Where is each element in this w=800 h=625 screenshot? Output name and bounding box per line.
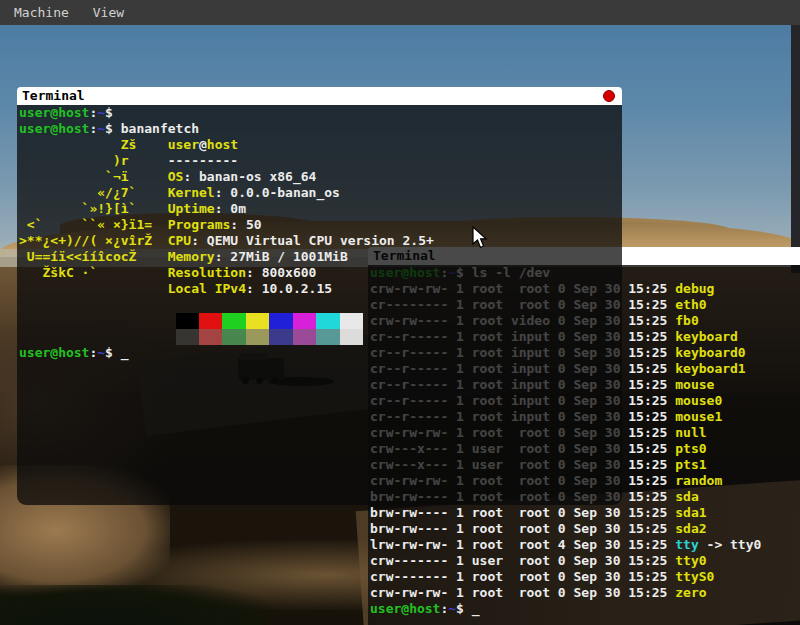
palette-color-block bbox=[199, 329, 222, 345]
wallpaper-edge-strip bbox=[791, 25, 800, 273]
palette-color-block bbox=[176, 313, 199, 329]
terminal1-content[interactable]: user@host:~$ user@host:~$ bananfetch Zš … bbox=[17, 105, 622, 505]
terminal-line: crw-rw-rw- 1 root root 0 Sep 30 15:25 ze… bbox=[370, 585, 800, 601]
terminal-line: user@host:~$ _ bbox=[19, 345, 622, 361]
palette-color-block bbox=[199, 313, 222, 329]
palette-color-block bbox=[269, 313, 292, 329]
terminal-line: crw------- 1 user root 0 Sep 30 15:25 tt… bbox=[370, 553, 800, 569]
close-icon[interactable] bbox=[603, 90, 615, 102]
vm-menubar: Machine View bbox=[0, 0, 800, 25]
palette-color-block bbox=[269, 329, 292, 345]
terminal-line: >**¿<+)//( ×¿vîrŽ CPU: QEMU Virtual CPU … bbox=[19, 233, 622, 249]
terminal-line: )r --------- bbox=[19, 153, 622, 169]
terminal-line: Local IPv4: 10.0.2.15 bbox=[19, 281, 622, 297]
terminal-line: «/¿7` Kernel: 0.0.0-banan_os bbox=[19, 185, 622, 201]
palette-color-block bbox=[246, 313, 269, 329]
terminal-line: Zš user@host bbox=[19, 137, 622, 153]
terminal-line: user@host:~$ bbox=[19, 105, 622, 121]
terminal1-title: Terminal bbox=[22, 88, 85, 103]
palette-color-block bbox=[316, 313, 339, 329]
palette-color-block bbox=[293, 313, 316, 329]
terminal-line: brw-rw---- 1 root root 0 Sep 30 15:25 sd… bbox=[370, 521, 800, 537]
terminal-line: U==íï<<ííîcocŽ Memory: 27MiB / 1001MiB bbox=[19, 249, 622, 265]
terminal-line: user@host:~$ bananfetch bbox=[19, 121, 622, 137]
wallpaper-dark-rocks bbox=[0, 585, 270, 625]
terminal-line: brw-rw---- 1 root root 0 Sep 30 15:25 sd… bbox=[370, 505, 800, 521]
terminal-line: `»!}[ì` Uptime: 0m bbox=[19, 201, 622, 217]
terminal-line bbox=[19, 329, 622, 345]
terminal-line: crw------- 1 root root 0 Sep 30 15:25 tt… bbox=[370, 569, 800, 585]
menu-machine[interactable]: Machine bbox=[0, 0, 81, 25]
terminal-line: user@host:~$ _ bbox=[370, 601, 800, 617]
terminal-line bbox=[19, 297, 622, 313]
terminal-window-bananfetch[interactable]: Terminal user@host:~$ user@host:~$ banan… bbox=[17, 87, 622, 505]
palette-color-block bbox=[176, 329, 199, 345]
palette-color-block bbox=[340, 313, 363, 329]
terminal-line: ŽškC ·` Resolution: 800x600 bbox=[19, 265, 622, 281]
palette-color-block bbox=[222, 313, 245, 329]
menu-view[interactable]: View bbox=[81, 0, 136, 25]
terminal-line: `¬ï OS: banan-os x86_64 bbox=[19, 169, 622, 185]
palette-color-block bbox=[293, 329, 316, 345]
palette-color-block bbox=[316, 329, 339, 345]
terminal-line: <` ``« ×}ï1= Programs: 50 bbox=[19, 217, 622, 233]
terminal-line bbox=[19, 313, 622, 329]
terminal-line: lrw-rw-rw- 1 root root 4 Sep 30 15:25 tt… bbox=[370, 537, 800, 553]
terminal1-titlebar[interactable]: Terminal bbox=[17, 87, 622, 105]
palette-color-block bbox=[246, 329, 269, 345]
palette-color-block bbox=[340, 329, 363, 345]
mouse-cursor-icon bbox=[472, 226, 489, 254]
palette-color-block bbox=[222, 329, 245, 345]
